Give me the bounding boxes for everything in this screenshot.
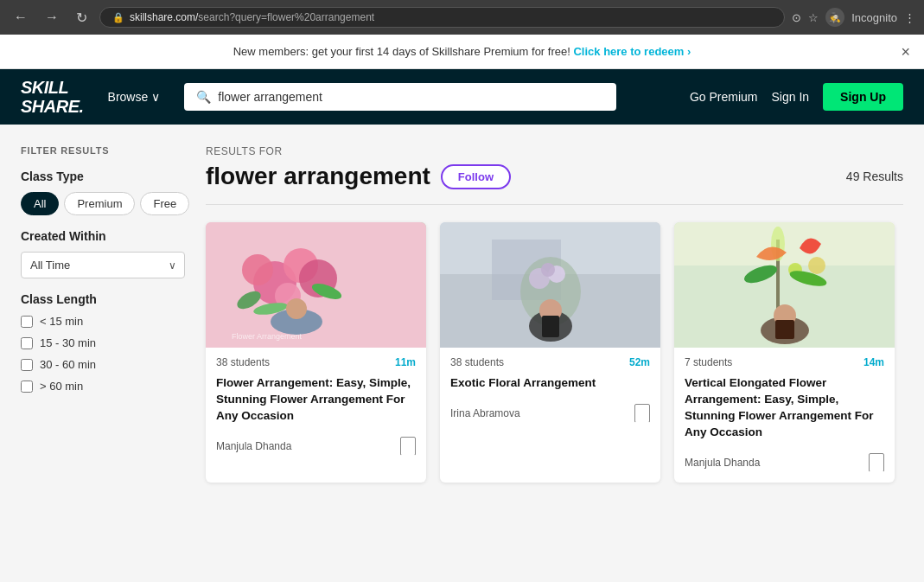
students-count-2: 38 students <box>450 356 504 368</box>
browser-controls: ⊙ ☆ 🕵 Incognito ⋮ <box>792 8 915 27</box>
card-footer-2: Irina Abramova <box>440 399 660 433</box>
created-within-select[interactable]: All Time Past Week Past Month Past Year <box>21 252 185 278</box>
card-meta-3: 7 students 14m <box>674 348 895 372</box>
svg-point-3 <box>242 254 273 285</box>
checkbox-30-60[interactable]: 30 - 60 min <box>21 358 185 371</box>
cards-grid: Flower Arrangement 38 students 11m Flowe… <box>206 222 903 483</box>
instructor-name-3: Manjula Dhanda <box>685 457 760 469</box>
checkbox-gt60-label: > 60 min <box>40 380 83 393</box>
checkbox-30-60-label: 30 - 60 min <box>40 358 96 371</box>
results-count: 49 Results <box>846 169 903 183</box>
instructor-name-1: Manjula Dhanda <box>216 440 291 452</box>
browser-chrome: ← → ↻ 🔒 skillshare.com/search?query=flow… <box>0 0 924 35</box>
search-icon: 🔍 <box>196 90 211 104</box>
star-icon: ☆ <box>808 11 819 24</box>
reload-button[interactable]: ↻ <box>71 8 92 28</box>
lock-icon: 🔒 <box>112 12 124 23</box>
class-type-buttons: All Premium Free <box>21 192 185 215</box>
card-title-3: Vertical Elongated Flower Arrangement: E… <box>674 372 895 448</box>
address-bar[interactable]: 🔒 skillshare.com/search?query=flower%20a… <box>99 7 785 28</box>
bookmark-icon-3[interactable] <box>869 453 884 472</box>
type-btn-free[interactable]: Free <box>140 192 189 215</box>
cast-icon: ⊙ <box>792 11 801 24</box>
banner-cta[interactable]: Click here to redeem › <box>573 45 691 58</box>
checkbox-gt60-input[interactable] <box>21 381 33 393</box>
students-count-1: 38 students <box>216 356 270 368</box>
svg-point-10 <box>286 298 307 319</box>
card-thumbnail-1: Flower Arrangement <box>206 222 426 348</box>
type-btn-premium[interactable]: Premium <box>64 192 135 215</box>
sign-up-button[interactable]: Sign Up <box>823 83 903 111</box>
checkbox-15-30-input[interactable] <box>21 337 33 349</box>
results-title-area: flower arrangement Follow <box>206 163 511 190</box>
card-meta-2: 38 students 52m <box>440 348 660 372</box>
top-banner: New members: get your first 14 days of S… <box>0 35 924 69</box>
class-type-label: Class Type <box>21 169 185 183</box>
type-btn-all[interactable]: All <box>21 192 59 215</box>
card-thumb-visual-2 <box>440 222 660 348</box>
sign-in-button[interactable]: Sign In <box>772 90 810 104</box>
browse-button[interactable]: Browse ∨ <box>101 86 168 107</box>
duration-1: 11m <box>395 356 416 368</box>
svg-rect-21 <box>542 316 559 337</box>
instructor-name-2: Irina Abramova <box>450 407 520 419</box>
checkbox-30-60-input[interactable] <box>21 359 33 371</box>
class-length-label: Class Length <box>21 292 185 306</box>
sidebar: FILTER RESULTS Class Type All Premium Fr… <box>21 145 185 536</box>
course-card-1[interactable]: Flower Arrangement 38 students 11m Flowe… <box>206 222 426 483</box>
menu-icon: ⋮ <box>904 11 915 24</box>
class-length-checkboxes: < 15 min 15 - 30 min 30 - 60 min > 60 mi… <box>21 315 185 393</box>
duration-3: 14m <box>863 356 884 368</box>
svg-point-18 <box>541 263 555 277</box>
students-count-3: 7 students <box>685 356 732 368</box>
back-button[interactable]: ← <box>9 8 33 27</box>
checkbox-15-30[interactable]: 15 - 30 min <box>21 336 185 349</box>
card-footer-1: Manjula Dhanda <box>206 432 426 466</box>
card-title-2: Exotic Floral Arrangement <box>440 372 660 399</box>
banner-text: New members: get your first 14 days of S… <box>233 45 570 58</box>
svg-text:Flower Arrangement: Flower Arrangement <box>232 332 303 341</box>
card-thumbnail-3 <box>674 222 895 348</box>
header-right: Go Premium Sign In Sign Up <box>690 83 903 111</box>
follow-button[interactable]: Follow <box>441 164 511 189</box>
created-within-label: Created Within <box>21 229 185 243</box>
results-area: RESULTS FOR flower arrangement Follow 49… <box>206 145 903 536</box>
filter-title: FILTER RESULTS <box>21 145 185 156</box>
checkbox-gt60[interactable]: > 60 min <box>21 380 185 393</box>
site-header: SKILL SHare. Browse ∨ 🔍 Go Premium Sign … <box>0 69 924 125</box>
duration-2: 52m <box>629 356 650 368</box>
incognito-avatar: 🕵 <box>825 8 844 27</box>
banner-close-button[interactable]: × <box>901 42 910 61</box>
card-meta-1: 38 students 11m <box>206 348 426 372</box>
course-card-2[interactable]: 38 students 52m Exotic Floral Arrangemen… <box>440 222 660 483</box>
incognito-label: Incognito <box>851 11 897 24</box>
course-card-3[interactable]: 7 students 14m Vertical Elongated Flower… <box>674 222 895 483</box>
address-text: skillshare.com/search?query=flower%20arr… <box>130 11 374 23</box>
results-title: flower arrangement <box>206 163 430 190</box>
search-input[interactable] <box>218 90 604 104</box>
checkbox-15-30-label: 15 - 30 min <box>40 336 96 349</box>
svg-point-26 <box>808 257 825 274</box>
main-content: FILTER RESULTS Class Type All Premium Fr… <box>0 125 924 557</box>
results-for-label: RESULTS FOR <box>206 145 903 157</box>
svg-rect-32 <box>775 320 794 339</box>
card-thumb-visual-1: Flower Arrangement <box>206 222 426 348</box>
card-footer-3: Manjula Dhanda <box>674 448 895 483</box>
go-premium-button[interactable]: Go Premium <box>690 90 758 104</box>
card-title-1: Flower Arrangement: Easy, Simple, Stunni… <box>206 372 426 432</box>
checkbox-lt15[interactable]: < 15 min <box>21 315 185 328</box>
site-logo: SKILL SHare. <box>21 78 84 116</box>
bookmark-icon-2[interactable] <box>634 404 650 423</box>
card-thumbnail-2 <box>440 222 660 348</box>
search-bar: 🔍 <box>184 83 616 111</box>
results-header: flower arrangement Follow 49 Results <box>206 163 903 205</box>
checkbox-lt15-label: < 15 min <box>40 315 83 328</box>
forward-button[interactable]: → <box>40 8 64 27</box>
bookmark-icon-1[interactable] <box>400 437 416 456</box>
checkbox-lt15-input[interactable] <box>21 316 33 328</box>
created-within-wrapper: All Time Past Week Past Month Past Year <box>21 252 185 278</box>
card-thumb-visual-3 <box>674 222 895 348</box>
